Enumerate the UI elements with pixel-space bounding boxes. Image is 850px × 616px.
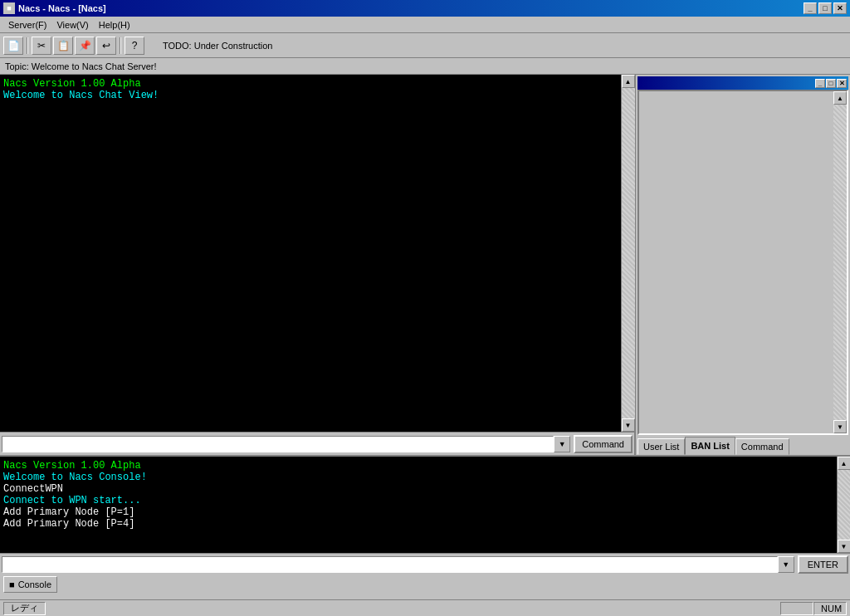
right-restore-btn[interactable]: □ — [826, 79, 836, 88]
new-button[interactable]: 📄 — [3, 37, 23, 55]
chat-scroll-down[interactable]: ▼ — [622, 418, 635, 432]
chat-vscroll: ▲ ▼ — [621, 75, 634, 432]
console-line-6: Add Primary Node [P=4] — [3, 518, 833, 530]
enter-button[interactable]: ENTER — [798, 555, 848, 574]
console-messages-wrapper: Nacs Version 1.00 Alpha Welcome to Nacs … — [0, 457, 850, 553]
menu-view[interactable]: View(V) — [51, 18, 93, 32]
tab-ban-list[interactable]: BAN List — [685, 437, 735, 455]
right-minimize-btn[interactable]: _ — [815, 79, 825, 88]
user-list-area — [639, 91, 847, 433]
console-line-4: Connect to WPN start... — [3, 495, 833, 506]
window-title: Nacs - Nacs - [Nacs] — [18, 3, 106, 13]
console-scroll-track[interactable] — [838, 470, 851, 540]
console-line-5: Add Primary Node [P=1] — [3, 506, 833, 518]
console-content: Nacs Version 1.00 Alpha Welcome to Nacs … — [0, 457, 837, 533]
minimize-button[interactable]: _ — [804, 2, 817, 14]
toolbar: 📄 ✂ 📋 📌 ↩ ? TODO: Under Construction — [0, 33, 850, 58]
status-left: レディ — [3, 602, 46, 615]
chat-scroll-track[interactable] — [622, 88, 635, 418]
console-dropdown[interactable]: ▼ — [778, 556, 794, 573]
console-line-3: ConnectWPN — [3, 483, 833, 495]
tab-command[interactable]: Command — [735, 438, 789, 455]
chat-line-2: Welcome to Nacs Chat View! — [3, 90, 618, 101]
title-bar-left: ■ Nacs - Nacs - [Nacs] — [3, 2, 106, 14]
right-panel-controls: _ □ ✕ — [815, 79, 847, 88]
toolbar-separator-2 — [120, 37, 121, 54]
console-messages[interactable]: Nacs Version 1.00 Alpha Welcome to Nacs … — [0, 457, 837, 553]
console-scroll-down[interactable]: ▼ — [838, 540, 851, 553]
copy-button[interactable]: 📋 — [53, 37, 73, 55]
title-bar: ■ Nacs - Nacs - [Nacs] _ □ ✕ — [0, 0, 850, 17]
menu-server[interactable]: Server(F) — [3, 18, 51, 32]
todo-text: TODO: Under Construction — [163, 41, 272, 51]
chat-messages[interactable]: Nacs Version 1.00 Alpha Welcome to Nacs … — [0, 75, 621, 432]
chat-line-1: Nacs Version 1.00 Alpha — [3, 78, 618, 90]
chat-scroll-up[interactable]: ▲ — [622, 75, 635, 88]
console-scroll-up[interactable]: ▲ — [838, 457, 851, 470]
right-panel-vscroll: ▲ ▼ — [833, 91, 847, 433]
command-button[interactable]: Command — [574, 435, 633, 453]
paste-button[interactable]: 📌 — [75, 37, 95, 55]
console-section: Nacs Version 1.00 Alpha Welcome to Nacs … — [0, 455, 850, 594]
console-icon: ■ — [9, 579, 15, 589]
right-scroll-up[interactable]: ▲ — [833, 91, 847, 105]
console-vscroll: ▲ ▼ — [837, 457, 850, 553]
right-panel: _ □ ✕ ▲ ▼ User List BAN List Command — [634, 75, 850, 455]
cut-button[interactable]: ✂ — [32, 37, 51, 55]
menu-bar: Server(F) View(V) Help(H) — [0, 17, 850, 33]
status-num: NUM — [813, 602, 847, 615]
main-content: Nacs Version 1.00 Alpha Welcome to Nacs … — [0, 75, 850, 455]
console-tab-label: Console — [18, 579, 51, 589]
right-close-btn[interactable]: ✕ — [837, 79, 847, 88]
topic-bar: Topic: Welcome to Nacs Chat Server! — [0, 58, 850, 75]
app-icon: ■ — [3, 2, 15, 14]
console-input-row: ▼ ENTER — [0, 553, 850, 574]
toolbar-separator-1 — [27, 37, 28, 54]
right-scroll-track[interactable] — [833, 105, 847, 420]
console-btn-row: ■ Console — [0, 574, 850, 594]
right-panel-tabs: User List BAN List Command — [636, 435, 850, 455]
chat-content: Nacs Version 1.00 Alpha Welcome to Nacs … — [0, 75, 621, 105]
status-bar: レディ NUM — [0, 599, 850, 616]
help-button[interactable]: ? — [125, 37, 144, 55]
topic-text: Topic: Welcome to Nacs Chat Server! — [5, 61, 157, 71]
chat-input[interactable] — [2, 436, 554, 452]
title-controls: _ □ ✕ — [804, 2, 847, 14]
chat-main: Nacs Version 1.00 Alpha Welcome to Nacs … — [0, 75, 634, 455]
close-button[interactable]: ✕ — [833, 2, 847, 14]
menu-help[interactable]: Help(H) — [94, 18, 135, 32]
tab-user-list[interactable]: User List — [638, 438, 685, 455]
chat-messages-container: Nacs Version 1.00 Alpha Welcome to Nacs … — [0, 75, 634, 432]
console-line-2: Welcome to Nacs Console! — [3, 472, 833, 483]
undo-button[interactable]: ↩ — [96, 37, 116, 55]
console-tab-button[interactable]: ■ Console — [3, 576, 57, 593]
restore-button[interactable]: □ — [818, 2, 832, 14]
chat-dropdown[interactable]: ▼ — [554, 436, 570, 452]
console-line-1: Nacs Version 1.00 Alpha — [3, 460, 833, 472]
console-input[interactable] — [2, 556, 778, 573]
status-caps — [780, 602, 813, 615]
right-panel-content: ▲ ▼ — [638, 90, 848, 435]
right-scroll-down[interactable]: ▼ — [833, 420, 847, 433]
chat-input-row: ▼ Command — [0, 432, 634, 455]
right-panel-titlebar: _ □ ✕ — [638, 76, 848, 90]
